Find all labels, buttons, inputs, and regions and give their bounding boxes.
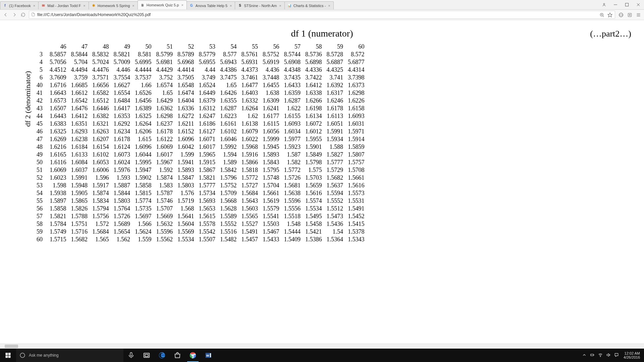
svg-rect-22 (145, 354, 148, 356)
cell: 1.6383 (47, 120, 69, 128)
edge-icon[interactable] (154, 349, 170, 362)
y-axis-label: df 2 (denominator) (23, 71, 32, 127)
chrome-icon[interactable] (185, 349, 201, 362)
tab-close-icon[interactable]: × (278, 4, 282, 8)
browser-tab[interactable]: GAnova Table Help 5× (186, 1, 235, 9)
minimize-button[interactable] (610, 3, 621, 7)
back-button[interactable] (3, 12, 9, 18)
tab-close-icon[interactable]: × (180, 3, 184, 7)
store-icon[interactable] (170, 349, 185, 362)
document-viewport[interactable]: df 1 (numerator) (…part2…) df 2 (denomin… (0, 20, 644, 344)
zoom-icon[interactable] (599, 12, 605, 18)
tab-close-icon[interactable]: × (83, 4, 86, 8)
col-header: 60 (345, 43, 367, 51)
cell: 1.5624 (132, 228, 154, 236)
cell: 5.6887 (324, 58, 346, 66)
reload-button[interactable] (20, 12, 26, 18)
cell: 1.5669 (154, 213, 175, 220)
cell: 1.5893 (260, 151, 282, 159)
cell: 1.6412 (303, 81, 324, 89)
cell: 1.6524 (197, 81, 218, 89)
cell: 1.6246 (324, 97, 346, 105)
cell: 1.5901 (303, 143, 324, 151)
cell: 1.5859 (345, 143, 367, 151)
row-header: 5 (34, 66, 47, 74)
browser-tab[interactable]: ✱Homework 5 Spring× (89, 1, 138, 9)
row-header: 60 (34, 236, 47, 243)
cell: 1.5684 (239, 189, 261, 197)
tab-close-icon[interactable]: × (33, 4, 36, 8)
user-icon[interactable] (598, 3, 610, 7)
cell: 4.4348 (282, 66, 303, 74)
cell: 1.6034 (282, 128, 303, 135)
table-row: 491.61651.61331.61021.60731.60441.60171.… (34, 151, 367, 159)
cell: 1.5562 (154, 236, 175, 243)
cell: 8.581 (132, 51, 154, 58)
cell: 1.5589 (218, 213, 239, 220)
omnibox[interactable]: file:///C:/Users/Jordan/Downloads/Homewo… (29, 11, 615, 19)
tray-chevron-icon[interactable] (582, 353, 587, 358)
browser-tab[interactable]: f(1) Facebook× (0, 1, 39, 9)
horizontal-scrollbar[interactable] (0, 344, 644, 349)
wifi-icon[interactable] (598, 353, 603, 358)
row-header: 4 (34, 58, 47, 66)
word-icon[interactable]: W (201, 349, 216, 362)
start-button[interactable] (0, 349, 16, 362)
action-center-icon[interactable] (614, 353, 619, 358)
tab-label: Homework Quiz 5.p (147, 3, 179, 7)
tab-close-icon[interactable]: × (229, 4, 232, 8)
volume-icon[interactable] (606, 353, 611, 358)
cell: 1.5866 (239, 159, 261, 166)
cell: 1.5726 (111, 213, 133, 220)
cell: 1.6031 (345, 120, 367, 128)
tab-strip: f(1) Facebook×✉Mail - Jordan Todd F×✱Hom… (0, 0, 598, 9)
forward-button[interactable] (11, 12, 17, 18)
row-header: 43 (34, 105, 47, 112)
search-placeholder: Ask me anything (29, 353, 59, 358)
svg-rect-2 (626, 3, 629, 6)
browser-tab[interactable]: ✉Mail - Jordan Todd F× (38, 1, 89, 9)
cell: 1.5491 (239, 228, 261, 236)
extension2-icon[interactable] (627, 12, 633, 18)
cell: 1.5976 (111, 166, 133, 174)
cell: 5.704 (69, 58, 90, 66)
menu-icon[interactable] (635, 12, 641, 18)
cell: 1.65 (218, 81, 239, 89)
cell: 1.583 (154, 182, 175, 189)
task-view-icon[interactable] (139, 349, 154, 362)
cell: 8.5799 (154, 51, 175, 58)
cell: 1.5661 (260, 189, 282, 197)
cell: 1.5784 (47, 220, 69, 228)
browser-tab[interactable]: 📊Charts & Statistics -× (284, 1, 334, 9)
cell: 1.5867 (197, 166, 218, 174)
clock[interactable]: 12:02 AM 4/26/2016 (622, 351, 641, 359)
cell: 1.5364 (324, 236, 346, 243)
cell: 1.6298 (154, 112, 175, 120)
cell: 1.65 (154, 89, 175, 97)
extension-icon[interactable] (618, 12, 624, 18)
row-header: 50 (34, 159, 47, 166)
address-bar: file:///C:/Users/Jordan/Downloads/Homewo… (0, 10, 644, 20)
star-icon[interactable] (607, 12, 613, 18)
cell: 1.5458 (303, 220, 324, 228)
browser-tab[interactable]: 🗎Homework Quiz 5.p× (138, 0, 187, 9)
cell: 1.5726 (282, 174, 303, 182)
cell: 1.6238 (69, 135, 90, 143)
tab-close-icon[interactable]: × (327, 4, 331, 8)
cell: 1.6093 (282, 120, 303, 128)
battery-icon[interactable] (590, 353, 595, 358)
cell: 1.6017 (197, 143, 218, 151)
col-header: 55 (239, 43, 261, 51)
taskbar-search[interactable]: Ask me anything (16, 349, 123, 362)
cell: 1.6237 (154, 120, 175, 128)
tab-close-icon[interactable]: × (131, 4, 135, 8)
taskbar-mic-icon[interactable] (123, 349, 139, 362)
cell: 1.6051 (324, 120, 346, 128)
browser-tab[interactable]: SSTSnine - North Am× (235, 1, 284, 9)
cell: 5.6968 (175, 58, 197, 66)
close-button[interactable] (633, 3, 644, 7)
maximize-button[interactable] (621, 3, 633, 7)
cell: 1.6069 (154, 143, 175, 151)
cell: 8.5736 (303, 51, 324, 58)
row-header: 51 (34, 166, 47, 174)
